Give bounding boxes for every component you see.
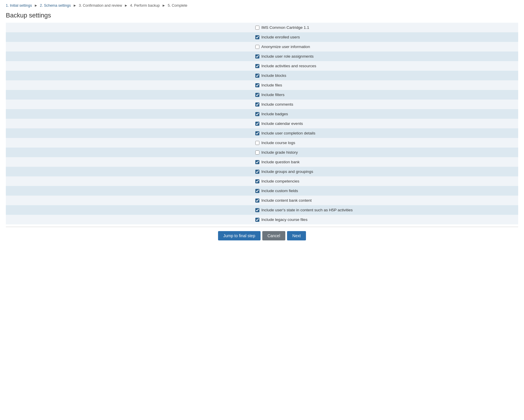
setting-checkbox-question_bank[interactable] [255,160,259,164]
setting-label-activities[interactable]: Include activities and resources [261,64,316,68]
breadcrumb-step-3: 3. Confirmation and review [79,3,122,8]
setting-checkbox-ims_cc[interactable] [255,26,259,30]
checkbox-row: Include groups and groupings [254,167,518,176]
setting-right-cell: IMS Common Cartridge 1.1 [252,23,518,32]
setting-right-cell: Include course logs [252,138,518,148]
breadcrumb-arrow-4: ► [162,3,165,8]
table-row: Include user's state in content such as … [6,205,518,215]
checkbox-row: Include enrolled users [254,32,518,42]
setting-checkbox-calendar[interactable] [255,122,259,126]
setting-checkbox-grade_history[interactable] [255,150,259,155]
setting-right-cell: Include user's state in content such as … [252,205,518,215]
setting-left-cell [6,205,252,215]
setting-checkbox-completion[interactable] [255,131,259,135]
checkbox-row: Include filters [254,90,518,100]
setting-label-user_role[interactable]: Include user role assignments [261,54,314,59]
setting-label-competencies[interactable]: Include competencies [261,179,300,183]
setting-left-cell [6,71,252,80]
setting-left-cell [6,167,252,176]
checkbox-row: Include question bank [254,157,518,167]
setting-checkbox-user_role[interactable] [255,54,259,59]
setting-right-cell: Include content bank content [252,196,518,205]
table-row: IMS Common Cartridge 1.1 [6,23,518,32]
setting-label-h5p_state[interactable]: Include user's state in content such as … [261,208,353,212]
setting-label-completion[interactable]: Include user completion details [261,131,315,135]
setting-label-anon_user[interactable]: Anonymize user information [261,45,310,49]
setting-left-cell [6,186,252,196]
breadcrumb-step-1[interactable]: 1. Initial settings [6,3,32,8]
breadcrumb-step-5: 5. Complete [168,3,187,8]
table-row: Include activities and resources [6,61,518,71]
setting-checkbox-activities[interactable] [255,64,259,68]
checkbox-row: Include competencies [254,176,518,186]
setting-left-cell [6,52,252,61]
table-row: Include competencies [6,176,518,186]
setting-label-files[interactable]: Include files [261,83,282,87]
setting-right-cell: Include custom fields [252,186,518,196]
setting-right-cell: Include activities and resources [252,61,518,71]
setting-label-ims_cc[interactable]: IMS Common Cartridge 1.1 [261,25,309,30]
checkbox-row: Include course logs [254,138,518,148]
table-row: Include user completion details [6,128,518,138]
setting-label-blocks[interactable]: Include blocks [261,73,286,78]
setting-label-course_logs[interactable]: Include course logs [261,141,295,145]
setting-checkbox-h5p_state[interactable] [255,208,259,212]
next-button[interactable]: Next [287,231,306,240]
setting-left-cell [6,196,252,205]
setting-right-cell: Include user completion details [252,128,518,138]
table-row: Include badges [6,109,518,119]
setting-checkbox-comments[interactable] [255,102,259,107]
checkbox-row: Include comments [254,100,518,109]
setting-label-custom_fields[interactable]: Include custom fields [261,189,298,193]
setting-checkbox-custom_fields[interactable] [255,189,259,193]
setting-left-cell [6,32,252,42]
setting-left-cell [6,176,252,186]
setting-left-cell [6,148,252,157]
setting-left-cell [6,23,252,32]
setting-checkbox-groups[interactable] [255,170,259,174]
table-row: Anonymize user information [6,42,518,52]
breadcrumb-step-4: 4. Perform backup [130,3,160,8]
setting-label-grade_history[interactable]: Include grade history [261,150,298,155]
setting-label-comments[interactable]: Include comments [261,102,293,107]
setting-label-calendar[interactable]: Include calendar events [261,121,303,126]
setting-label-question_bank[interactable]: Include question bank [261,160,300,164]
setting-checkbox-anon_user[interactable] [255,45,259,49]
page-title: Backup settings [6,12,518,19]
setting-right-cell: Include comments [252,100,518,109]
footer-bar: Jump to final step Cancel Next [6,227,518,240]
setting-left-cell [6,90,252,100]
setting-checkbox-competencies[interactable] [255,179,259,183]
table-row: Include user role assignments [6,52,518,61]
table-row: Include grade history [6,148,518,157]
setting-label-groups[interactable]: Include groups and groupings [261,169,313,174]
checkbox-row: Include content bank content [254,196,518,205]
table-row: Include calendar events [6,119,518,128]
checkbox-row: Include user role assignments [254,52,518,61]
setting-left-cell [6,128,252,138]
settings-table: IMS Common Cartridge 1.1Include enrolled… [6,23,518,224]
table-row: Include course logs [6,138,518,148]
setting-label-badges[interactable]: Include badges [261,112,288,116]
checkbox-row: Include calendar events [254,119,518,128]
breadcrumb-step-2[interactable]: 2. Schema settings [40,3,71,8]
jump-to-final-button[interactable]: Jump to final step [218,231,261,240]
setting-label-legacy_files[interactable]: Include legacy course files [261,217,307,222]
setting-label-filters[interactable]: Include filters [261,93,285,97]
setting-checkbox-blocks[interactable] [255,74,259,78]
setting-checkbox-filters[interactable] [255,93,259,97]
setting-right-cell: Include user role assignments [252,52,518,61]
setting-checkbox-content_bank[interactable] [255,199,259,203]
setting-right-cell: Include filters [252,90,518,100]
setting-right-cell: Include grade history [252,148,518,157]
setting-label-include_users[interactable]: Include enrolled users [261,35,300,39]
setting-checkbox-course_logs[interactable] [255,141,259,145]
cancel-button[interactable]: Cancel [262,231,286,240]
setting-checkbox-badges[interactable] [255,112,259,116]
setting-checkbox-include_users[interactable] [255,35,259,39]
setting-label-content_bank[interactable]: Include content bank content [261,198,312,203]
setting-checkbox-legacy_files[interactable] [255,218,259,222]
setting-checkbox-files[interactable] [255,83,259,87]
checkbox-row: IMS Common Cartridge 1.1 [254,23,518,32]
table-row: Include filters [6,90,518,100]
